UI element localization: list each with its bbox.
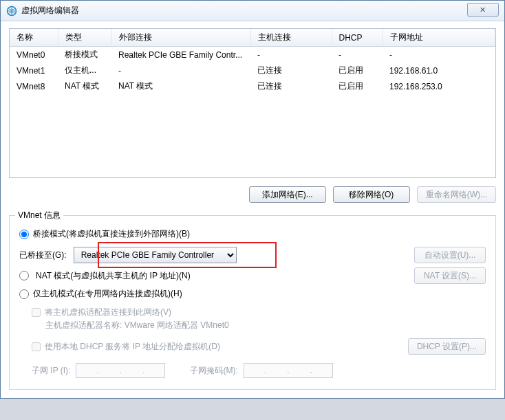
remove-network-button[interactable]: 移除网络(O): [333, 186, 410, 203]
col-dhcp: DHCP: [332, 29, 383, 47]
col-ext: 外部连接: [111, 29, 250, 47]
nat-settings-button: NAT 设置(S)...: [414, 267, 486, 284]
col-subnet: 子网地址: [383, 29, 495, 47]
cell-dhcp: 已启用: [332, 63, 383, 78]
bridge-adapter-wrap: Realtek PCIe GBE Family Controller: [74, 247, 237, 263]
dhcp-row: 使用本地 DHCP 服务将 IP 地址分配给虚拟机(D) DHCP 设置(P).…: [32, 338, 486, 355]
dhcp-label: 使用本地 DHCP 服务将 IP 地址分配给虚拟机(D): [45, 341, 220, 353]
cell-host: 已连接: [250, 63, 332, 78]
cell-name: VMnet1: [10, 63, 58, 78]
close-button[interactable]: ✕: [467, 3, 499, 17]
rename-network-button: 重命名网络(W)...: [417, 186, 496, 203]
cell-ext: -: [111, 63, 250, 78]
add-network-button[interactable]: 添加网络(E)...: [249, 186, 326, 203]
cell-host: 已连接: [250, 78, 332, 94]
cell-type: 桥接模式: [58, 47, 111, 63]
host-adapter-note: 主机虚拟适配器名称: VMware 网络适配器 VMnet0: [45, 320, 486, 331]
cell-host: -: [250, 47, 332, 63]
subnet-row: 子网 IP (I): . . . 子网掩码(M): . . .: [32, 363, 486, 378]
virtual-network-editor-window: 虚拟网络编辑器 ✕ 名称 类型 外部连接 主机连接 DHCP 子网地址 VMne…: [0, 0, 505, 399]
table-header-row: 名称 类型 外部连接 主机连接 DHCP 子网地址: [10, 29, 495, 47]
app-icon: [6, 5, 17, 16]
table-row[interactable]: VMnet1仅主机...-已连接已启用192.168.61.0: [10, 63, 495, 78]
window-title: 虚拟网络编辑器: [21, 5, 467, 16]
bridge-adapter-select[interactable]: Realtek PCIe GBE Family Controller: [74, 247, 237, 263]
ip-octet: [122, 365, 142, 376]
cell-ext: Realtek PCIe GBE Family Contr...: [111, 47, 250, 63]
subnet-mask-label: 子网掩码(M):: [190, 365, 237, 377]
connect-host-row: 将主机虚拟适配器连接到此网络(V): [32, 307, 486, 318]
ip-octet: [267, 365, 286, 376]
cell-dhcp: -: [332, 47, 383, 63]
cell-subnet: 192.168.253.0: [383, 78, 495, 94]
close-icon: ✕: [480, 5, 486, 14]
nat-radio[interactable]: [19, 271, 29, 280]
cell-dhcp: 已启用: [332, 78, 383, 94]
content-area: 名称 类型 外部连接 主机连接 DHCP 子网地址 VMnet0桥接模式Real…: [1, 21, 504, 390]
bridge-to-label: 已桥接至(G):: [19, 250, 67, 261]
bridge-radio[interactable]: [19, 230, 29, 239]
cell-ext: NAT 模式: [111, 78, 250, 94]
vmnet-info-legend: VMnet 信息: [15, 210, 63, 221]
subnet-mask-field: . . .: [244, 363, 333, 378]
nat-mode-row: NAT 模式(与虚拟机共享主机的 IP 地址)(N) NAT 设置(S)...: [19, 267, 486, 284]
connect-host-label: 将主机虚拟适配器连接到此网络(V): [45, 307, 171, 318]
cell-subnet: -: [383, 47, 495, 63]
col-name: 名称: [10, 29, 58, 47]
bridge-to-row: 已桥接至(G): Realtek PCIe GBE Family Control…: [19, 247, 486, 263]
ip-octet: [313, 365, 332, 376]
connect-host-checkbox: [32, 308, 41, 317]
hostonly-mode-row: 仅主机模式(在专用网络内连接虚拟机)(H): [19, 288, 486, 300]
subnet-ip-label: 子网 IP (I):: [32, 365, 70, 377]
ip-octet: [290, 365, 310, 376]
col-host: 主机连接: [250, 29, 332, 47]
table-row[interactable]: VMnet8NAT 模式NAT 模式已连接已启用192.168.253.0: [10, 78, 495, 94]
cell-type: NAT 模式: [58, 78, 111, 94]
auto-settings-button: 自动设置(U)...: [414, 247, 486, 263]
ip-octet: [76, 365, 96, 376]
vmnet-info-group: VMnet 信息 桥接模式(将虚拟机直接连接到外部网络)(B) 已桥接至(G):…: [9, 215, 496, 390]
bridge-mode-row: 桥接模式(将虚拟机直接连接到外部网络)(B): [19, 228, 486, 240]
col-type: 类型: [58, 29, 111, 47]
nat-radio-label: NAT 模式(与虚拟机共享主机的 IP 地址)(N): [36, 270, 191, 282]
cell-type: 仅主机...: [58, 63, 111, 78]
cell-subnet: 192.168.61.0: [383, 63, 495, 78]
titlebar: 虚拟网络编辑器 ✕: [1, 1, 504, 21]
table-actions: 添加网络(E)... 移除网络(O) 重命名网络(W)...: [9, 186, 496, 203]
cell-name: VMnet8: [10, 78, 58, 94]
bridge-radio-label: 桥接模式(将虚拟机直接连接到外部网络)(B): [33, 228, 190, 240]
table-row[interactable]: VMnet0桥接模式Realtek PCIe GBE Family Contr.…: [10, 47, 495, 63]
network-table[interactable]: 名称 类型 外部连接 主机连接 DHCP 子网地址 VMnet0桥接模式Real…: [9, 28, 496, 178]
dhcp-settings-button: DHCP 设置(P)...: [408, 338, 486, 355]
ip-octet: [244, 365, 264, 376]
dhcp-checkbox: [32, 342, 41, 351]
hostonly-radio[interactable]: [19, 289, 29, 299]
ip-octet: [145, 365, 164, 376]
hostonly-radio-label: 仅主机模式(在专用网络内连接虚拟机)(H): [33, 288, 182, 300]
subnet-ip-field: . . .: [76, 363, 165, 378]
cell-name: VMnet0: [10, 47, 58, 63]
ip-octet: [100, 365, 119, 376]
